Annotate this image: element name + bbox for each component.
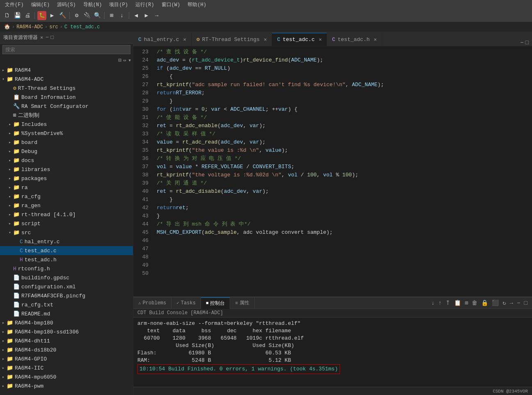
tab-hal-entry[interactable]: C hal_entry.c ✕: [133, 33, 192, 46]
console-maximize-icon[interactable]: □: [523, 299, 529, 307]
tree-item[interactable]: Chal_entry.c: [0, 237, 133, 246]
tree-item[interactable]: ▸📁RA6M4-mpu6050: [0, 372, 133, 381]
sidebar-maximize-icon[interactable]: □: [50, 34, 54, 41]
tree-item[interactable]: 📋Board Information: [0, 93, 133, 102]
tree-item[interactable]: ▸📁ra: [0, 183, 133, 192]
menu-run[interactable]: 运行(R): [132, 0, 158, 9]
console-minimize-icon[interactable]: −: [516, 299, 521, 307]
tree-item[interactable]: ▸📁RA6M4-bmp180: [0, 318, 133, 327]
collapse-all-icon[interactable]: ⊟: [119, 57, 122, 64]
build-button[interactable]: 🔨: [58, 11, 67, 20]
tree-item[interactable]: ▸📁packages: [0, 174, 133, 183]
console-refresh-icon[interactable]: ↻: [501, 299, 507, 307]
menu-navigate[interactable]: 导航(N): [80, 0, 105, 9]
tree-item[interactable]: ▸📁RA6M4-dht11: [0, 336, 133, 345]
tree-item[interactable]: ▸📁Includes: [0, 120, 133, 129]
tree-item[interactable]: 📄ra_cfg.txt: [0, 300, 133, 309]
tree-item[interactable]: ▸📁script: [0, 219, 133, 228]
tab-rt-settings[interactable]: ⚙ RT-Thread Settings ✕: [192, 33, 272, 46]
console-top-icon[interactable]: ⤒: [444, 299, 452, 307]
tree-item[interactable]: ▸📁%SystemDrive%: [0, 129, 133, 138]
tree-item[interactable]: ▸📁RA6M4-IIC: [0, 363, 133, 372]
tree-item[interactable]: 🔧RA Smart Configurator: [0, 102, 133, 111]
deploy-icon[interactable]: ↓: [117, 11, 126, 20]
tree-item[interactable]: Hrtconfig.h: [0, 264, 133, 273]
console-tab-problems[interactable]: ⚠ Problems: [133, 297, 171, 309]
console-down-icon[interactable]: ↓: [430, 299, 436, 307]
tree-item[interactable]: 📄buildinfo.gpdsc: [0, 273, 133, 282]
console-tab-control[interactable]: ■ 控制台: [201, 297, 231, 309]
settings-icon: ⚙: [13, 85, 16, 91]
menu-file[interactable]: 文件(F): [2, 0, 27, 9]
code-content[interactable]: /* 查 找 设 备 */ adc_dev = (rt_adc_device_t…: [152, 46, 532, 297]
sidebar-close-icon[interactable]: ✕: [40, 34, 43, 41]
tree-menu-icon[interactable]: ▾: [128, 57, 131, 64]
console-tab-props[interactable]: ≡ 属性: [230, 297, 255, 309]
console-lock-icon[interactable]: 🔒: [480, 299, 489, 307]
menu-help[interactable]: 帮助(H): [184, 0, 210, 9]
tree-item[interactable]: ▸📁RA6M4-GPIO: [0, 354, 133, 363]
run-button[interactable]: ▶: [48, 11, 57, 20]
save-button[interactable]: 💾: [13, 11, 22, 20]
folder-icon: 📁: [13, 184, 20, 191]
menu-project[interactable]: 项目(P): [106, 0, 131, 9]
chevron-icon: ▸: [7, 167, 13, 172]
console-up-icon[interactable]: ↑: [437, 299, 443, 307]
next-btn[interactable]: →: [152, 11, 161, 20]
breadcrumb-project[interactable]: RA6M4-ADC: [16, 24, 43, 30]
menu-source[interactable]: 源码(S): [54, 0, 79, 9]
search-input[interactable]: [2, 45, 130, 54]
plugin-icon[interactable]: 🔌: [82, 11, 91, 20]
tree-item[interactable]: ▸📁ra_gen: [0, 201, 133, 210]
tree-item[interactable]: ▸📁ra_cfg: [0, 192, 133, 201]
tree-item[interactable]: ▸📁RA6M4: [0, 66, 133, 75]
line-number: 48: [133, 253, 148, 261]
tree-item[interactable]: ▸📁Debug: [0, 147, 133, 156]
tree-item[interactable]: ▸📁RA6M4-pwm: [0, 381, 133, 390]
tab-hal-entry-close[interactable]: ✕: [183, 37, 186, 43]
tree-item[interactable]: ▸📁RA6M4-ds18b20: [0, 345, 133, 354]
maximize-editor-icon[interactable]: □: [525, 39, 529, 46]
tree-item[interactable]: 📄R7FA6M4AF3CFB.pincfg: [0, 291, 133, 300]
tree-item[interactable]: ⚙RT-Thread Settings: [0, 84, 133, 93]
layers-icon[interactable]: ⊞: [107, 11, 116, 20]
forward-icon[interactable]: ▶: [142, 11, 151, 20]
tree-item[interactable]: ▸📁docs: [0, 156, 133, 165]
tree-item[interactable]: ▸📁rt-thread [4.1.0]: [0, 210, 133, 219]
print-button[interactable]: 🖨: [23, 11, 32, 20]
tab-test-adc[interactable]: C test_adc.c ✕: [272, 33, 327, 46]
tab-test-h-close[interactable]: ✕: [374, 37, 377, 43]
gear-icon[interactable]: ⚙: [72, 11, 81, 20]
tab-rt-settings-close[interactable]: ✕: [264, 37, 267, 43]
console-stop-icon[interactable]: ⬛: [491, 299, 500, 307]
tree-item[interactable]: Htest_adc.h: [0, 255, 133, 264]
menu-window[interactable]: 窗口(W): [158, 0, 184, 9]
link-editor-icon[interactable]: ⇔: [123, 57, 126, 64]
back-icon[interactable]: ◀: [132, 11, 141, 20]
minimize-editor-icon[interactable]: −: [520, 39, 523, 46]
tree-item[interactable]: Ctest_adc.c: [0, 246, 133, 255]
console-copy-icon[interactable]: ⊞: [464, 299, 469, 307]
menu-edit[interactable]: 编辑(E): [28, 0, 53, 9]
breadcrumb-src[interactable]: src: [49, 24, 58, 30]
tree-item[interactable]: ▸📁RA6M4-bmp180-ssd1306: [0, 327, 133, 336]
search-button[interactable]: 🔍: [93, 11, 102, 20]
breadcrumb-file[interactable]: C test_adc.c: [64, 24, 100, 30]
xml-file-icon: 📄: [13, 283, 20, 290]
tree-item[interactable]: ⊞二进制制: [0, 111, 133, 120]
tree-item[interactable]: ▾📁RA6M4-ADC: [0, 75, 133, 84]
new-button[interactable]: 🗋: [2, 11, 11, 20]
console-clear-icon[interactable]: 🗑: [470, 299, 479, 307]
tree-item[interactable]: 📄README.md: [0, 309, 133, 318]
debug-button[interactable]: 🐛: [37, 11, 46, 20]
console-next-icon[interactable]: →: [509, 299, 514, 307]
tab-test-adc-close[interactable]: ✕: [319, 37, 322, 43]
tree-item[interactable]: 📄configuration.xml: [0, 282, 133, 291]
tree-item[interactable]: ▾📁src: [0, 228, 133, 237]
tab-test-adc-h[interactable]: C test_adc.h ✕: [327, 33, 382, 46]
tree-item[interactable]: ▸📁board: [0, 138, 133, 147]
tree-item[interactable]: ▸📁libraries: [0, 165, 133, 174]
console-snap-icon[interactable]: 📋: [453, 299, 462, 307]
sidebar-minimize-icon[interactable]: −: [46, 34, 49, 41]
console-tab-tasks[interactable]: ✓ Tasks: [171, 297, 201, 309]
